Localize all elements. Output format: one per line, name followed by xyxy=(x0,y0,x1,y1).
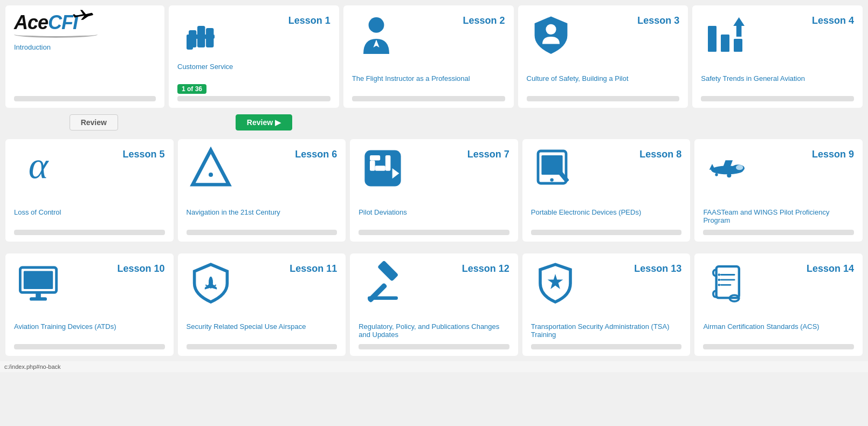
lesson7-title: Pilot Deviations xyxy=(359,208,509,225)
lesson2-card: Lesson 2 The Flight Instructor as a Prof… xyxy=(343,5,514,108)
shield-plane-icon xyxy=(187,261,235,304)
lesson9-card: Lesson 9 FAASTeam and WINGS Pilot Profic… xyxy=(694,139,863,242)
svg-rect-35 xyxy=(30,297,47,300)
svg-rect-9 xyxy=(721,35,729,52)
lesson10-title: Aviation Training Devices (ATDs) xyxy=(14,322,165,340)
lesson9-title: FAASTeam and WINGS Pilot Proficiency Pro… xyxy=(703,208,854,225)
svg-rect-37 xyxy=(377,261,399,281)
lesson6-progress xyxy=(187,230,337,235)
lesson11-number: Lesson 11 xyxy=(235,261,337,274)
lesson12-number: Lesson 12 xyxy=(407,261,509,274)
plane-logo-icon xyxy=(72,9,94,20)
shield-person-icon xyxy=(527,13,575,56)
lesson14-title: Airman Certification Standards (ACS) xyxy=(703,322,854,340)
lesson14-card: Lesson 14 Airman Certification Standards… xyxy=(694,253,863,356)
svg-point-46 xyxy=(718,279,720,281)
lesson13-card: Lesson 13 Transportation Security Admini… xyxy=(522,253,691,356)
lesson6-card: Lesson 6 Navigation in the 21st Century xyxy=(178,139,346,242)
lesson14-progress xyxy=(703,344,854,349)
svg-rect-31 xyxy=(716,173,718,175)
svg-rect-16 xyxy=(370,161,375,171)
svg-rect-29 xyxy=(728,173,731,176)
lesson4-progress xyxy=(701,96,854,101)
svg-rect-4 xyxy=(187,35,215,39)
lesson1-title: Customer Service xyxy=(177,63,330,80)
svg-rect-39 xyxy=(368,297,398,300)
lesson10-card: Lesson 10 Aviation Training Devices (ATD… xyxy=(5,253,174,356)
svg-point-13 xyxy=(209,173,213,177)
svg-marker-11 xyxy=(733,17,745,37)
lesson5-progress xyxy=(14,230,165,235)
lesson11-card: Lesson 11 Security Related Special Use A… xyxy=(178,253,346,356)
intro-title: Introduction xyxy=(14,43,156,60)
lesson7-progress xyxy=(359,230,509,235)
svg-rect-38 xyxy=(367,283,388,303)
svg-rect-17 xyxy=(375,166,385,171)
statusbar: c:/index.php#no-back xyxy=(0,361,868,372)
svg-rect-8 xyxy=(708,26,717,52)
intro-card: AceCFI Introduction xyxy=(5,5,164,108)
lesson4-card: Lesson 4 Safety Trends in General Aviati… xyxy=(692,5,863,108)
lesson8-title: Portable Electronic Devices (PEDs) xyxy=(531,208,682,225)
lesson8-card: Lesson 8 Portable Electronic Devices (PE… xyxy=(522,139,691,242)
lesson6-number: Lesson 6 xyxy=(235,147,337,160)
gavel-icon xyxy=(359,261,407,304)
lesson12-card: Lesson 12 Regulatory, Policy, and Public… xyxy=(350,253,518,356)
lesson2-number: Lesson 2 xyxy=(401,13,505,26)
lesson5-title: Loss of Control xyxy=(14,208,165,225)
lesson11-title: Security Related Special Use Airspace xyxy=(187,322,337,340)
lesson3-title: Culture of Safety, Building a Pilot xyxy=(527,74,680,92)
lesson8-progress xyxy=(531,230,682,235)
svg-marker-40 xyxy=(547,274,563,289)
person-tie-icon xyxy=(352,13,401,56)
lesson13-progress xyxy=(531,344,682,349)
lesson11-progress xyxy=(187,344,337,349)
lesson12-progress xyxy=(359,344,509,349)
hand-fist-icon xyxy=(177,13,226,56)
tablet-pen-icon xyxy=(531,147,580,190)
svg-rect-18 xyxy=(385,155,391,171)
lesson10-number: Lesson 10 xyxy=(63,261,165,274)
lesson1-number: Lesson 1 xyxy=(226,13,330,26)
lesson1-progress xyxy=(177,96,330,101)
lesson14-number: Lesson 14 xyxy=(752,261,854,274)
intro-review-button[interactable]: Review xyxy=(70,114,118,130)
lesson1-card: Lesson 1 Customer Service 1 of 36 xyxy=(169,5,339,108)
svg-rect-41 xyxy=(717,266,739,298)
lesson2-progress xyxy=(352,96,505,101)
alpha-icon: α xyxy=(14,147,63,184)
lesson10-progress xyxy=(14,344,165,349)
intro-progress xyxy=(14,96,156,101)
lesson8-number: Lesson 8 xyxy=(580,147,682,160)
lesson13-title: Transportation Security Administration (… xyxy=(531,322,682,340)
svg-point-45 xyxy=(718,273,720,276)
svg-rect-33 xyxy=(24,271,53,289)
lesson9-progress xyxy=(703,230,854,235)
svg-rect-10 xyxy=(734,39,742,52)
lesson3-progress xyxy=(527,96,680,101)
lesson5-card: α Lesson 5 Loss of Control xyxy=(5,139,174,242)
lesson3-number: Lesson 3 xyxy=(575,13,680,26)
lesson9-number: Lesson 9 xyxy=(752,147,854,160)
badge-star-icon xyxy=(531,261,580,304)
bar-chart-down-icon xyxy=(701,13,749,56)
lesson1-badge: 1 of 36 xyxy=(177,84,206,94)
monitor-icon xyxy=(14,261,63,304)
lesson2-title: The Flight Instructor as a Professional xyxy=(352,74,505,92)
lesson5-number: Lesson 5 xyxy=(63,147,165,160)
lesson7-number: Lesson 7 xyxy=(407,147,509,160)
scroll-list-icon xyxy=(703,261,752,304)
svg-point-36 xyxy=(209,277,213,288)
lesson6-title: Navigation in the 21st Century xyxy=(187,208,337,225)
airplane-icon xyxy=(703,147,752,190)
svg-marker-12 xyxy=(192,150,229,184)
lesson1-review-button[interactable]: Review ▶ xyxy=(236,114,292,130)
maze-arrow-icon xyxy=(359,147,407,190)
svg-point-27 xyxy=(736,165,743,170)
review-row: Review Review ▶ xyxy=(5,112,863,135)
svg-point-47 xyxy=(718,284,720,286)
lesson13-number: Lesson 13 xyxy=(580,261,682,274)
svg-point-5 xyxy=(368,17,384,33)
lesson4-title: Safety Trends in General Aviation xyxy=(701,74,854,92)
lesson7-card: Lesson 7 Pilot Deviations xyxy=(350,139,518,242)
